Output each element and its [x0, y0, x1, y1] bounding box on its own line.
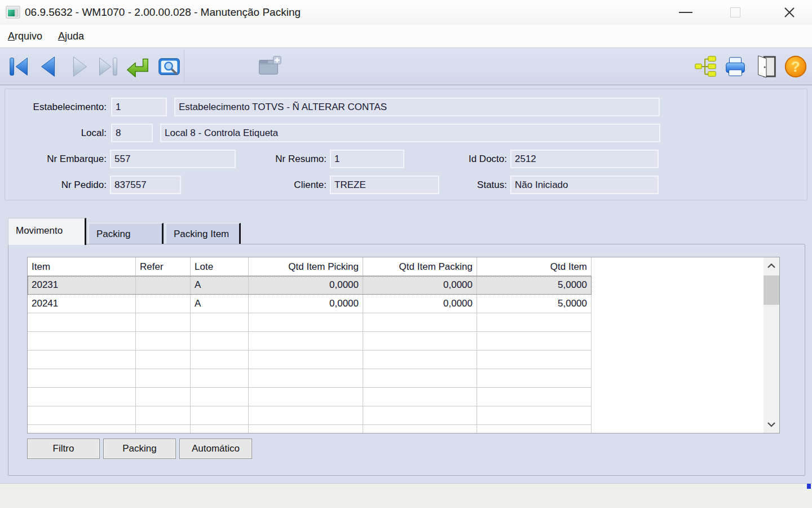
nav-next-icon [66, 53, 92, 80]
grid-cell[interactable]: 0,0000 [363, 295, 477, 313]
grid-cell [191, 351, 249, 369]
grid-cell [249, 332, 363, 351]
grid-cell[interactable] [136, 295, 191, 313]
nav-first-button[interactable] [7, 53, 33, 80]
help-button[interactable]: ? [783, 53, 809, 80]
grid-cell [191, 313, 249, 332]
grid-header-qtd-item-packing[interactable]: Qtd Item Packing [363, 257, 477, 276]
grid-cell[interactable]: 20241 [28, 295, 136, 313]
application-window: 06.9.5632 - WM1070 - 2.00.00.028 - Manut… [0, 0, 812, 508]
grid-header-qtd-item-picking[interactable]: Qtd Item Picking [249, 257, 363, 276]
grid-cell [191, 406, 249, 425]
grid-cell[interactable]: 5,0000 [477, 295, 592, 313]
tree-view-icon [694, 53, 720, 80]
nr-embarque-field[interactable]: 557 [110, 150, 236, 168]
svg-text:?: ? [791, 59, 800, 75]
local-field[interactable]: 8 [111, 124, 153, 142]
toolbar: ? [0, 47, 812, 85]
nav-prev-button[interactable] [36, 53, 62, 80]
status-indicator [807, 484, 811, 489]
tree-view-button[interactable] [694, 53, 720, 80]
close-button[interactable] [774, 0, 805, 25]
grid-header-item[interactable]: Item [28, 257, 136, 276]
desktop-background [0, 491, 812, 508]
grid-row[interactable]: 20241A0,00000,00005,0000 [28, 295, 592, 313]
grid-cell [28, 332, 136, 351]
tab-packing-item[interactable]: Packing Item [166, 223, 241, 245]
grid-header-lote[interactable]: Lote [191, 257, 249, 276]
grid-cell[interactable]: 0,0000 [363, 276, 477, 295]
zoom-search-button[interactable] [156, 53, 182, 80]
grid-cell [136, 406, 191, 425]
grid-cell [191, 425, 249, 433]
status-field[interactable]: Não Iniciado [510, 176, 659, 194]
nr-pedido-field[interactable]: 837557 [110, 176, 181, 194]
grid-empty-row [28, 406, 592, 425]
grid-cell [136, 369, 191, 388]
filtro-button[interactable]: Filtro [27, 439, 100, 459]
automatico-button[interactable]: Automático [179, 439, 252, 459]
new-folder-button[interactable] [257, 53, 283, 80]
grid-cell [28, 351, 136, 369]
grid-cell [477, 406, 592, 425]
nav-last-button[interactable] [94, 53, 120, 80]
minimize-button[interactable] [670, 0, 701, 25]
confirm-enter-button[interactable] [125, 53, 151, 80]
status-strip [0, 483, 812, 491]
grid-cell [249, 388, 363, 406]
grid-cell[interactable] [136, 276, 191, 295]
id-docto-label: Id Docto: [418, 150, 507, 168]
nav-next-button[interactable] [66, 53, 92, 80]
menu-item-ajuda[interactable]: Ajuda [50, 25, 92, 47]
grid-header-refer[interactable]: Refer [136, 257, 191, 276]
grid-cell[interactable]: 0,0000 [249, 295, 363, 313]
grid-cell[interactable]: 5,0000 [477, 276, 592, 295]
estabelecimento-description-field[interactable]: Estabelecimento TOTVS - Ñ ALTERAR CONTAS [174, 98, 660, 116]
menu-item-arquivo[interactable]: Arquivo [0, 25, 50, 47]
grid-cell [191, 388, 249, 406]
grid-cell [191, 332, 249, 351]
header-form-panel: Estabelecimento: 1 Estabelecimento TOTVS… [5, 89, 807, 200]
nr-embarque-label: Nr Embarque: [6, 150, 107, 168]
nr-resumo-field[interactable]: 1 [330, 150, 404, 168]
minimize-icon [679, 12, 692, 13]
grid-cell[interactable]: 0,0000 [249, 276, 363, 295]
grid-cell [28, 425, 136, 433]
scroll-down-button[interactable] [764, 416, 779, 433]
grid-header-qtd-item[interactable]: Qtd Item [477, 257, 592, 276]
grid-cell [249, 313, 363, 332]
print-button[interactable] [722, 53, 748, 80]
grid-cell[interactable]: A [191, 295, 249, 313]
grid-cell [363, 425, 477, 433]
grid-cell [249, 406, 363, 425]
grid-cell [249, 425, 363, 433]
nav-prev-icon [36, 53, 62, 80]
help-icon: ? [783, 53, 809, 80]
nav-first-icon [7, 53, 33, 80]
chevron-down-icon [767, 422, 776, 427]
grid-cell[interactable]: 20231 [28, 276, 136, 295]
local-description-field[interactable]: Local 8 - Controla Etiqueta [160, 124, 660, 142]
grid-cell [477, 351, 592, 369]
scrollbar-thumb[interactable] [764, 275, 779, 305]
tab-packing[interactable]: Packing [89, 223, 164, 245]
grid-empty-row [28, 351, 592, 369]
vertical-scrollbar[interactable] [764, 257, 779, 433]
id-docto-field[interactable]: 2512 [510, 150, 659, 168]
estabelecimento-field[interactable]: 1 [111, 98, 167, 116]
nr-pedido-label: Nr Pedido: [6, 176, 107, 194]
packing-button[interactable]: Packing [103, 439, 176, 459]
grid-cell[interactable]: A [191, 276, 249, 295]
grid-cell [136, 332, 191, 351]
grid-row[interactable]: 20231A0,00000,00005,0000 [28, 276, 592, 295]
grid-cell [477, 425, 592, 433]
exit-button[interactable] [753, 53, 779, 80]
scroll-up-button[interactable] [764, 257, 779, 274]
tab-movimento[interactable]: Movimento [8, 218, 86, 245]
grid-cell [477, 369, 592, 388]
zoom-search-icon [156, 53, 182, 80]
maximize-button[interactable] [720, 0, 751, 25]
grid-cell [477, 388, 592, 406]
grid-cell [477, 332, 592, 351]
grid-cell [363, 406, 477, 425]
